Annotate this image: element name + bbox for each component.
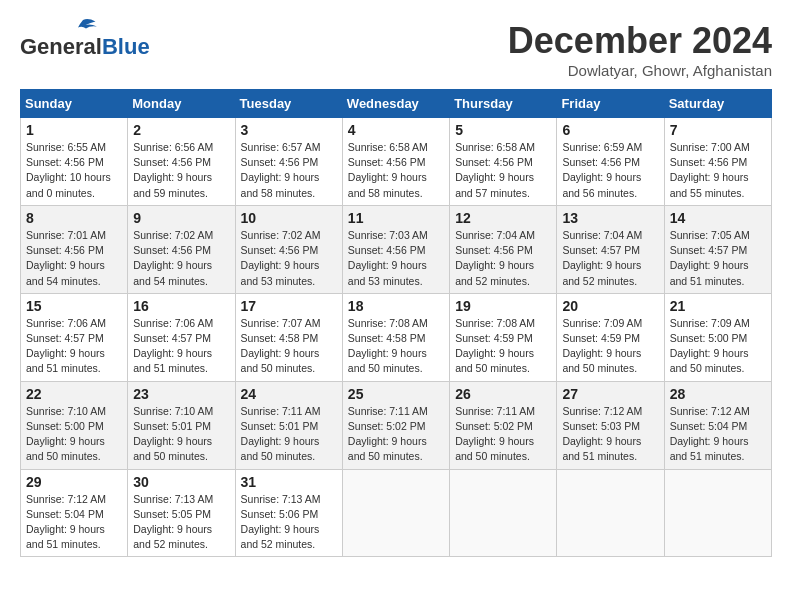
- day-info: Sunrise: 7:10 AMSunset: 5:00 PMDaylight:…: [26, 405, 106, 463]
- day-number: 15: [26, 298, 122, 314]
- day-cell: 4 Sunrise: 6:58 AMSunset: 4:56 PMDayligh…: [342, 118, 449, 206]
- weekday-friday: Friday: [557, 90, 664, 118]
- weekday-header-row: SundayMondayTuesdayWednesdayThursdayFrid…: [21, 90, 772, 118]
- day-info: Sunrise: 6:59 AMSunset: 4:56 PMDaylight:…: [562, 141, 642, 199]
- day-info: Sunrise: 7:12 AMSunset: 5:03 PMDaylight:…: [562, 405, 642, 463]
- logo-bird-icon: [68, 16, 98, 34]
- logo-general: General: [20, 34, 102, 60]
- weekday-saturday: Saturday: [664, 90, 771, 118]
- day-number: 30: [133, 474, 229, 490]
- title-area: December 2024 Dowlatyar, Ghowr, Afghanis…: [508, 20, 772, 79]
- location-title: Dowlatyar, Ghowr, Afghanistan: [508, 62, 772, 79]
- day-info: Sunrise: 6:55 AMSunset: 4:56 PMDaylight:…: [26, 141, 111, 199]
- day-number: 24: [241, 386, 337, 402]
- day-number: 5: [455, 122, 551, 138]
- day-info: Sunrise: 7:04 AMSunset: 4:56 PMDaylight:…: [455, 229, 535, 287]
- day-cell: 10 Sunrise: 7:02 AMSunset: 4:56 PMDaylig…: [235, 205, 342, 293]
- calendar-body: 1 Sunrise: 6:55 AMSunset: 4:56 PMDayligh…: [21, 118, 772, 557]
- day-cell: 11 Sunrise: 7:03 AMSunset: 4:56 PMDaylig…: [342, 205, 449, 293]
- day-info: Sunrise: 7:01 AMSunset: 4:56 PMDaylight:…: [26, 229, 106, 287]
- logo: General Blue: [20, 20, 150, 60]
- day-info: Sunrise: 7:13 AMSunset: 5:05 PMDaylight:…: [133, 493, 213, 551]
- day-cell: 14 Sunrise: 7:05 AMSunset: 4:57 PMDaylig…: [664, 205, 771, 293]
- page-header: General Blue December 2024 Dowlatyar, Gh…: [20, 20, 772, 79]
- day-info: Sunrise: 7:06 AMSunset: 4:57 PMDaylight:…: [26, 317, 106, 375]
- day-number: 10: [241, 210, 337, 226]
- day-info: Sunrise: 7:02 AMSunset: 4:56 PMDaylight:…: [133, 229, 213, 287]
- day-cell: 1 Sunrise: 6:55 AMSunset: 4:56 PMDayligh…: [21, 118, 128, 206]
- day-info: Sunrise: 7:11 AMSunset: 5:02 PMDaylight:…: [455, 405, 535, 463]
- day-cell: [342, 469, 449, 557]
- day-number: 16: [133, 298, 229, 314]
- day-cell: 9 Sunrise: 7:02 AMSunset: 4:56 PMDayligh…: [128, 205, 235, 293]
- day-cell: 12 Sunrise: 7:04 AMSunset: 4:56 PMDaylig…: [450, 205, 557, 293]
- logo-blue: Blue: [102, 34, 150, 60]
- week-row-1: 1 Sunrise: 6:55 AMSunset: 4:56 PMDayligh…: [21, 118, 772, 206]
- day-info: Sunrise: 7:07 AMSunset: 4:58 PMDaylight:…: [241, 317, 321, 375]
- week-row-5: 29 Sunrise: 7:12 AMSunset: 5:04 PMDaylig…: [21, 469, 772, 557]
- day-info: Sunrise: 7:12 AMSunset: 5:04 PMDaylight:…: [26, 493, 106, 551]
- day-cell: 17 Sunrise: 7:07 AMSunset: 4:58 PMDaylig…: [235, 293, 342, 381]
- day-info: Sunrise: 7:00 AMSunset: 4:56 PMDaylight:…: [670, 141, 750, 199]
- day-info: Sunrise: 7:10 AMSunset: 5:01 PMDaylight:…: [133, 405, 213, 463]
- day-cell: [450, 469, 557, 557]
- day-number: 23: [133, 386, 229, 402]
- day-cell: 8 Sunrise: 7:01 AMSunset: 4:56 PMDayligh…: [21, 205, 128, 293]
- day-cell: 6 Sunrise: 6:59 AMSunset: 4:56 PMDayligh…: [557, 118, 664, 206]
- day-cell: 30 Sunrise: 7:13 AMSunset: 5:05 PMDaylig…: [128, 469, 235, 557]
- day-number: 25: [348, 386, 444, 402]
- day-number: 3: [241, 122, 337, 138]
- day-number: 17: [241, 298, 337, 314]
- day-number: 29: [26, 474, 122, 490]
- day-info: Sunrise: 6:57 AMSunset: 4:56 PMDaylight:…: [241, 141, 321, 199]
- weekday-monday: Monday: [128, 90, 235, 118]
- day-info: Sunrise: 7:13 AMSunset: 5:06 PMDaylight:…: [241, 493, 321, 551]
- day-info: Sunrise: 7:02 AMSunset: 4:56 PMDaylight:…: [241, 229, 321, 287]
- day-number: 9: [133, 210, 229, 226]
- day-number: 6: [562, 122, 658, 138]
- day-number: 4: [348, 122, 444, 138]
- day-cell: 26 Sunrise: 7:11 AMSunset: 5:02 PMDaylig…: [450, 381, 557, 469]
- weekday-sunday: Sunday: [21, 90, 128, 118]
- day-number: 19: [455, 298, 551, 314]
- day-number: 7: [670, 122, 766, 138]
- day-number: 14: [670, 210, 766, 226]
- day-cell: 19 Sunrise: 7:08 AMSunset: 4:59 PMDaylig…: [450, 293, 557, 381]
- day-info: Sunrise: 7:11 AMSunset: 5:02 PMDaylight:…: [348, 405, 428, 463]
- day-cell: 27 Sunrise: 7:12 AMSunset: 5:03 PMDaylig…: [557, 381, 664, 469]
- day-number: 12: [455, 210, 551, 226]
- day-number: 8: [26, 210, 122, 226]
- day-number: 11: [348, 210, 444, 226]
- day-cell: 25 Sunrise: 7:11 AMSunset: 5:02 PMDaylig…: [342, 381, 449, 469]
- day-info: Sunrise: 7:09 AMSunset: 5:00 PMDaylight:…: [670, 317, 750, 375]
- day-cell: 16 Sunrise: 7:06 AMSunset: 4:57 PMDaylig…: [128, 293, 235, 381]
- day-number: 21: [670, 298, 766, 314]
- day-cell: 13 Sunrise: 7:04 AMSunset: 4:57 PMDaylig…: [557, 205, 664, 293]
- day-info: Sunrise: 6:58 AMSunset: 4:56 PMDaylight:…: [348, 141, 428, 199]
- day-number: 28: [670, 386, 766, 402]
- day-cell: 23 Sunrise: 7:10 AMSunset: 5:01 PMDaylig…: [128, 381, 235, 469]
- day-cell: 5 Sunrise: 6:58 AMSunset: 4:56 PMDayligh…: [450, 118, 557, 206]
- day-info: Sunrise: 7:08 AMSunset: 4:59 PMDaylight:…: [455, 317, 535, 375]
- day-info: Sunrise: 7:04 AMSunset: 4:57 PMDaylight:…: [562, 229, 642, 287]
- weekday-wednesday: Wednesday: [342, 90, 449, 118]
- day-info: Sunrise: 7:03 AMSunset: 4:56 PMDaylight:…: [348, 229, 428, 287]
- day-cell: 3 Sunrise: 6:57 AMSunset: 4:56 PMDayligh…: [235, 118, 342, 206]
- day-cell: 24 Sunrise: 7:11 AMSunset: 5:01 PMDaylig…: [235, 381, 342, 469]
- day-cell: 29 Sunrise: 7:12 AMSunset: 5:04 PMDaylig…: [21, 469, 128, 557]
- day-info: Sunrise: 6:56 AMSunset: 4:56 PMDaylight:…: [133, 141, 213, 199]
- day-number: 27: [562, 386, 658, 402]
- day-number: 18: [348, 298, 444, 314]
- day-number: 26: [455, 386, 551, 402]
- month-title: December 2024: [508, 20, 772, 62]
- weekday-tuesday: Tuesday: [235, 90, 342, 118]
- day-cell: 7 Sunrise: 7:00 AMSunset: 4:56 PMDayligh…: [664, 118, 771, 206]
- calendar-table: SundayMondayTuesdayWednesdayThursdayFrid…: [20, 89, 772, 557]
- day-cell: 22 Sunrise: 7:10 AMSunset: 5:00 PMDaylig…: [21, 381, 128, 469]
- day-number: 13: [562, 210, 658, 226]
- weekday-thursday: Thursday: [450, 90, 557, 118]
- day-info: Sunrise: 7:05 AMSunset: 4:57 PMDaylight:…: [670, 229, 750, 287]
- day-cell: 2 Sunrise: 6:56 AMSunset: 4:56 PMDayligh…: [128, 118, 235, 206]
- day-info: Sunrise: 7:08 AMSunset: 4:58 PMDaylight:…: [348, 317, 428, 375]
- day-info: Sunrise: 7:12 AMSunset: 5:04 PMDaylight:…: [670, 405, 750, 463]
